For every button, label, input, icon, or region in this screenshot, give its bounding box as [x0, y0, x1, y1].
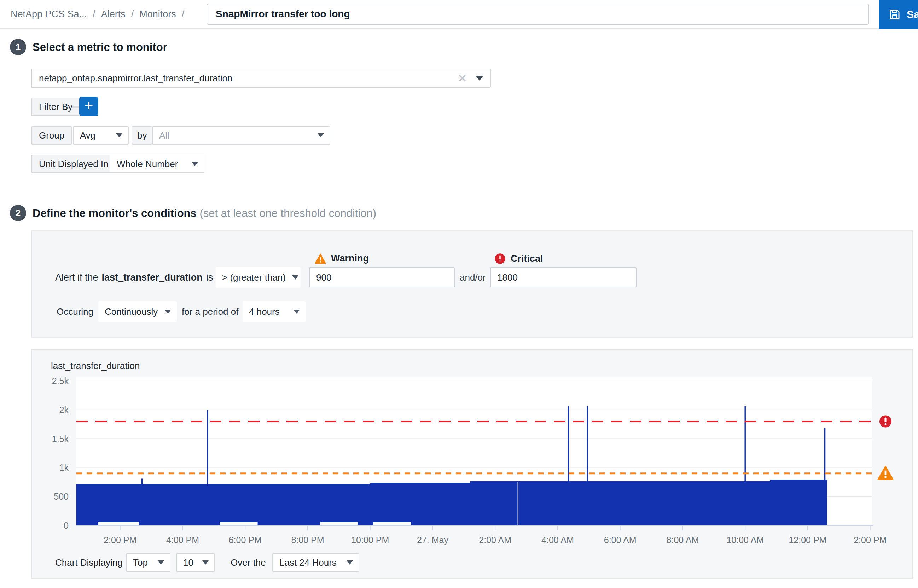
- y-tick-label: 500: [54, 491, 69, 501]
- step2-badge: 2: [10, 205, 26, 221]
- warning-label: Warning: [331, 253, 369, 264]
- breadcrumb-separator: /: [182, 9, 185, 20]
- unit-displayed-label: Unit Displayed In: [31, 155, 117, 173]
- critical-icon: [494, 253, 506, 264]
- conditions-panel: Warning Critical Alert if the last_trans…: [31, 230, 913, 338]
- chevron-down-icon: [192, 162, 198, 166]
- group-by-placeholder: All: [159, 130, 169, 141]
- alert-suffix: is: [206, 272, 213, 283]
- x-tick-label: 2:00 PM: [104, 535, 136, 545]
- chevron-down-icon: [317, 133, 324, 137]
- monitor-name-input[interactable]: [207, 3, 869, 25]
- group-aggregation-dropdown[interactable]: Avg: [73, 126, 129, 145]
- y-tick-label: 0: [64, 520, 69, 530]
- critical-label: Critical: [511, 254, 543, 264]
- y-tick-label: 2.5k: [52, 376, 69, 386]
- group-label: Group: [31, 126, 72, 145]
- step2-title: Define the monitor's conditions (set at …: [32, 207, 376, 220]
- x-tick-label: 2:00 PM: [854, 535, 887, 545]
- time-range-value: Last 24 Hours: [279, 557, 337, 568]
- step2-subtitle: (set at least one threshold condition): [197, 207, 376, 220]
- chevron-down-icon[interactable]: [476, 76, 483, 81]
- metric-select-value: netapp_ontap.snapmirror.last_transfer_du…: [39, 73, 458, 84]
- preview-chart: 2:00 PM4:00 PM6:00 PM8:00 PM10:00 PM27. …: [32, 350, 914, 580]
- period-label: for a period of: [182, 301, 238, 322]
- breadcrumb-alerts[interactable]: Alerts: [101, 9, 126, 20]
- chevron-down-icon: [202, 561, 209, 565]
- clear-metric-icon[interactable]: ✕: [458, 72, 467, 84]
- x-tick-label: 8:00 AM: [667, 535, 699, 545]
- x-tick-label: 4:00 PM: [166, 535, 199, 545]
- period-dropdown[interactable]: 4 hours: [243, 301, 306, 322]
- breadcrumb-separator: /: [131, 9, 134, 20]
- series-gap: [98, 522, 139, 525]
- operator-value: > (greater than): [222, 272, 286, 283]
- warning-threshold-input[interactable]: [309, 268, 455, 287]
- y-tick-label: 2k: [60, 405, 69, 415]
- metric-select[interactable]: netapp_ontap.snapmirror.last_transfer_du…: [31, 69, 491, 88]
- breadcrumb: NetApp PCS Sa... / Alerts / Monitors /: [11, 0, 184, 28]
- occurrence-dropdown[interactable]: Continuously: [98, 301, 177, 322]
- chevron-down-icon: [292, 275, 298, 279]
- step1-badge: 1: [10, 39, 26, 55]
- filter-connector: [72, 106, 80, 108]
- alert-prefix: Alert if the: [55, 272, 98, 283]
- save-button[interactable]: Save: [879, 0, 918, 29]
- x-tick-label: 4:00 AM: [541, 535, 574, 545]
- series-gap: [320, 522, 358, 525]
- save-label: Save: [907, 8, 918, 21]
- chart-displaying-label: Chart Displaying: [55, 553, 123, 572]
- series-count-value: 10: [183, 557, 193, 568]
- unit-dropdown[interactable]: Whole Number: [110, 155, 204, 173]
- occurrence-value: Continuously: [105, 306, 158, 317]
- x-tick-label: 10:00 AM: [726, 535, 764, 545]
- chevron-down-icon: [293, 310, 300, 314]
- chevron-down-icon: [165, 310, 171, 314]
- period-value: 4 hours: [249, 306, 280, 317]
- chart-controls: Chart Displaying Top 10 Over the Last 24…: [32, 553, 912, 572]
- chevron-down-icon: [346, 561, 353, 565]
- x-tick-label: 6:00 PM: [229, 535, 262, 545]
- unit-value: Whole Number: [117, 159, 178, 170]
- x-tick-label: 12:00 PM: [788, 535, 826, 545]
- series-gap: [373, 522, 411, 525]
- group-aggregation-value: Avg: [80, 130, 96, 141]
- breadcrumb-separator: /: [93, 9, 96, 20]
- x-tick-label: 27. May: [417, 535, 448, 545]
- critical-header: Critical: [494, 253, 543, 264]
- critical-threshold-input[interactable]: [490, 268, 636, 287]
- chevron-down-icon: [116, 133, 122, 137]
- x-tick-label: 2:00 AM: [479, 535, 511, 545]
- series-gap: [220, 522, 258, 525]
- alert-metric-name: last_transfer_duration: [102, 272, 202, 283]
- monitor-editor-page: NetApp PCS Sa... / Alerts / Monitors / S…: [0, 0, 918, 588]
- top-bar: NetApp PCS Sa... / Alerts / Monitors / S…: [0, 0, 918, 29]
- save-icon: [888, 8, 901, 21]
- over-the-label: Over the: [231, 553, 266, 572]
- series-area: [76, 480, 827, 525]
- andor-label: and/or: [460, 267, 486, 288]
- series-count-dropdown[interactable]: 10: [176, 553, 215, 572]
- chevron-down-icon: [158, 561, 164, 565]
- breadcrumb-project[interactable]: NetApp PCS Sa...: [11, 9, 87, 20]
- top-bottom-dropdown[interactable]: Top: [126, 553, 170, 572]
- operator-dropdown[interactable]: > (greater than): [216, 267, 301, 288]
- y-tick-label: 1.5k: [52, 434, 69, 444]
- warning-header: Warning: [315, 253, 369, 264]
- y-tick-label: 1k: [60, 462, 69, 472]
- alert-condition-sentence: Alert if the last_transfer_duration is: [55, 267, 213, 288]
- group-by-label: by: [131, 126, 152, 145]
- time-range-dropdown[interactable]: Last 24 Hours: [272, 553, 359, 572]
- breadcrumb-monitors[interactable]: Monitors: [139, 9, 176, 20]
- chart-panel: last_transfer_duration 2:00 PM4:00 PM6:0…: [31, 349, 913, 579]
- group-by-dropdown[interactable]: All: [152, 126, 330, 145]
- step2-title-text: Define the monitor's conditions: [32, 207, 197, 220]
- occuring-label: Occuring: [57, 301, 93, 322]
- step1-title: Select a metric to monitor: [32, 41, 167, 54]
- top-bottom-value: Top: [133, 557, 148, 568]
- x-tick-label: 6:00 AM: [604, 535, 636, 545]
- add-filter-button[interactable]: +: [79, 97, 98, 116]
- warning-icon: [315, 254, 326, 264]
- x-tick-label: 8:00 PM: [291, 535, 324, 545]
- chart-title: last_transfer_duration: [51, 360, 140, 372]
